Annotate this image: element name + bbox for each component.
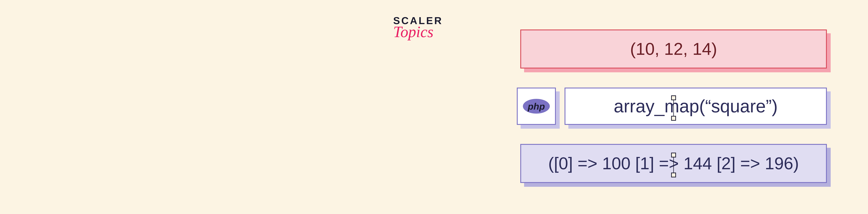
- function-text: array_map(“square”): [614, 96, 778, 116]
- array-map-diagram: (10, 12, 14) php array_map(“square”) ([0…: [520, 30, 827, 183]
- php-label: php: [528, 101, 545, 112]
- connector-line: [673, 98, 674, 118]
- connector-node: [671, 116, 676, 121]
- connector-node: [671, 95, 676, 100]
- function-box: array_map(“square”): [564, 87, 827, 125]
- input-array-text: (10, 12, 14): [630, 39, 717, 59]
- php-badge-box: php: [517, 87, 556, 125]
- php-icon: php: [523, 99, 550, 114]
- connector-node: [671, 153, 676, 157]
- connector-node: [671, 173, 676, 177]
- input-array-box: (10, 12, 14): [520, 30, 827, 69]
- scaler-topics-logo: SCALER Topics: [393, 15, 443, 41]
